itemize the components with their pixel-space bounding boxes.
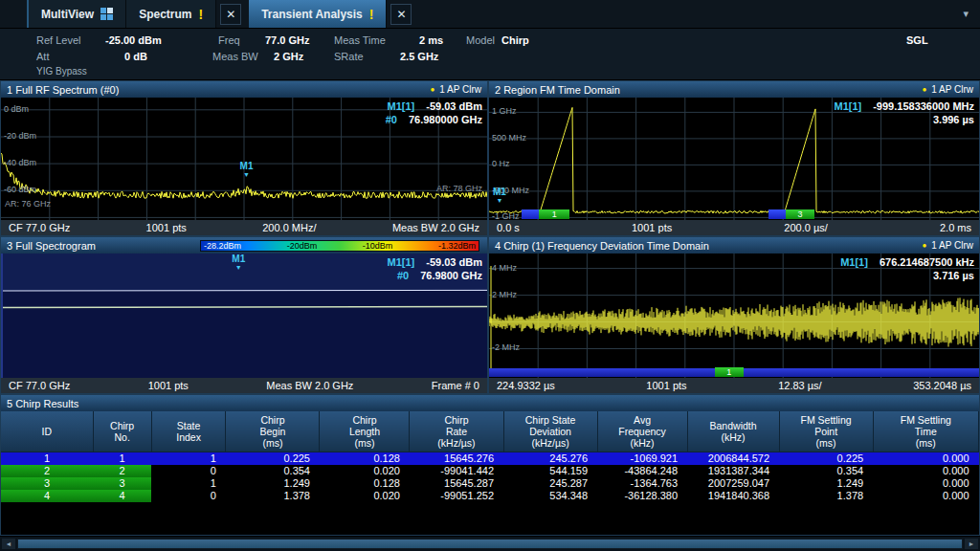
marker-name: M1[1] (840, 255, 868, 269)
table-cell: 0.020 (320, 465, 410, 477)
panel4-footer: 224.9332 µs 1001 pts 12.83 µs/ 353.2048 … (489, 378, 979, 393)
panel4-chart[interactable]: 4 MHz 2 MHz -2 MHz -4 MHz M1[1]676.21468… (489, 253, 979, 378)
table-cell: 534.348 (503, 490, 597, 502)
panel3-chart[interactable]: M1[1]-59.03 dBm #076.9800 GHz M1 ▼ (1, 253, 487, 378)
table-cell: 4 (1, 490, 93, 502)
tab-multiview[interactable]: MultiView (29, 0, 126, 28)
table-cell: 1 (1, 452, 93, 466)
scroll-left-icon[interactable]: ◄ (2, 539, 15, 549)
close-icon[interactable]: ✕ (390, 4, 412, 25)
column-header-6[interactable]: Chirp State Deviation (kHz/µs) (503, 411, 597, 452)
freq-value[interactable]: 77.0 GHz (265, 34, 309, 46)
column-header-1[interactable]: Chirp No. (93, 411, 151, 452)
column-header-0[interactable]: ID (1, 411, 93, 452)
marker-name: M1[1] (834, 99, 861, 113)
meas-time-value[interactable]: 2 ms (419, 34, 443, 46)
footer-stop: 353.2048 µs (913, 380, 971, 391)
table-row[interactable]: 4401.3780.020-99051.252534.348-36128.380… (1, 490, 979, 502)
marker-m1[interactable]: M1 ▼ (493, 187, 506, 205)
footer-start: 0.0 s (497, 222, 520, 233)
results-header: 5 Chirp Results (1, 395, 979, 411)
table-cell: 1 (151, 452, 226, 466)
region-marker-3[interactable]: 3 (786, 209, 815, 219)
table-cell: 0.000 (873, 452, 978, 466)
scale-max-label: -1.32dBm (438, 241, 476, 251)
warning-icon: ! (369, 7, 374, 22)
region-bar (768, 209, 786, 219)
tab-spectrum[interactable]: Spectrum ! (126, 0, 216, 28)
marker-m1[interactable]: M1 ▼ (240, 162, 254, 179)
chevron-down-icon[interactable]: ▾ (951, 0, 980, 28)
panel-full-rf-spectrum[interactable]: 1 Full RF Spectrum (#0) ● 1 AP Clrw 0 dB… (0, 80, 488, 236)
table-cell: 1941840.368 (687, 490, 779, 502)
region-bar (522, 209, 539, 219)
tab-transient-analysis-label: Transient Analysis (261, 8, 363, 21)
marker-m1-label: M1 (493, 187, 506, 196)
spectrogram-color-scale[interactable]: -28.2dBm -20dBm -10dBm -1.32dBm (200, 240, 479, 252)
footer-frame: Frame # 0 (432, 380, 479, 391)
table-cell: 0.128 (320, 477, 410, 490)
region-marker-1[interactable]: 1 (715, 367, 745, 377)
close-icon[interactable]: ✕ (220, 4, 241, 25)
table-cell: 15645.276 (410, 452, 503, 466)
panel-chirp-frequency-deviation[interactable]: 4 Chirp (1) Frequency Deviation Time Dom… (488, 236, 980, 394)
marker-readout: M1[1]676.214687500 kHz 3.716 µs (840, 255, 974, 282)
region-marker-1[interactable]: 1 (539, 209, 569, 219)
footer-measbw: Meas BW 2.0 GHz (266, 380, 353, 391)
table-row[interactable]: 2200.3540.020-99041.442544.159-43864.248… (1, 465, 979, 477)
panel4-header: 4 Chirp (1) Frequency Deviation Time Dom… (489, 237, 979, 253)
panel1-chart[interactable]: 0 dBm -20 dBm -40 dBm -60 dBm M1[1]-59.0… (1, 98, 487, 220)
table-cell: 1931387.344 (687, 465, 779, 477)
table-cell: 0.020 (320, 490, 410, 502)
trace-mode-label: 1 AP Clrw (439, 84, 481, 95)
model-value[interactable]: Chirp (501, 34, 529, 46)
table-cell: -99051.252 (410, 490, 503, 502)
marker-readout: M1[1]-999.158336000 MHz 3.996 µs (834, 99, 974, 126)
scroll-right-icon[interactable]: ► (965, 539, 978, 549)
horizontal-scrollbar[interactable]: ◄ ► (0, 536, 980, 551)
footer-span: 200.0 MHz/ (262, 222, 316, 233)
table-cell: 245.287 (503, 477, 597, 490)
table-row[interactable]: 3311.2490.12815645.287245.287-1364.76320… (1, 477, 979, 490)
footer-points: 1001 pts (148, 380, 189, 391)
table-cell: 0 (151, 465, 226, 477)
panel-region-fm-time-domain[interactable]: 2 Region FM Time Domain ● 1 AP Clrw 1 GH… (488, 80, 980, 236)
column-header-8[interactable]: Bandwidth (kHz) (687, 411, 779, 452)
tab-bar-accent (0, 0, 29, 28)
marker-value: -59.03 dBm (426, 99, 482, 113)
table-cell: 0.354 (226, 465, 320, 477)
footer-points: 1001 pts (146, 222, 187, 233)
panel2-chart[interactable]: 1 GHz 500 MHz 0 Hz -500 MHz -1 GHz M1[1]… (489, 98, 979, 220)
scale-min-label: -28.2dBm (204, 241, 241, 251)
marker-time: 3.996 µs (933, 113, 974, 126)
column-header-4[interactable]: Chirp Length (ms) (320, 411, 410, 452)
meas-bw-value[interactable]: 2 GHz (274, 51, 303, 62)
column-header-9[interactable]: FM Settling Point (ms) (779, 411, 873, 452)
ref-level-value[interactable]: -25.00 dBm (105, 34, 162, 46)
column-header-2[interactable]: State Index (151, 411, 226, 452)
footer-stop: 2.0 ms (940, 222, 971, 233)
att-value[interactable]: 0 dB (124, 51, 147, 62)
tab-transient-analysis[interactable]: Transient Analysis ! (249, 0, 387, 28)
table-cell: 1.378 (779, 490, 873, 502)
scrollbar-track[interactable] (17, 539, 963, 549)
marker-triangle-icon: ▼ (243, 170, 250, 179)
scale-label: -10dBm (363, 241, 393, 251)
column-header-10[interactable]: FM Settling Time (ms) (873, 411, 978, 452)
table-cell: 15645.287 (410, 477, 503, 490)
analysis-region-right: AR: 78 GHz (436, 184, 482, 193)
frame-name: #0 (386, 113, 397, 126)
results-title: 5 Chirp Results (7, 398, 78, 409)
panel-full-spectrogram[interactable]: 3 Full Spectrogram -28.2dBm -20dBm -10dB… (0, 236, 488, 394)
column-header-7[interactable]: Avg Frequency (kHz) (597, 411, 687, 452)
table-cell: 0.000 (873, 477, 978, 490)
trace-color-dot-icon: ● (922, 241, 926, 250)
marker-m1[interactable]: M1 ▼ (232, 254, 245, 272)
srate-value[interactable]: 2.5 GHz (400, 51, 438, 62)
table-cell: -1364.763 (597, 477, 687, 490)
column-header-5[interactable]: Chirp Rate (kHz/µs) (410, 411, 503, 452)
scrollbar-thumb[interactable] (18, 540, 962, 548)
column-header-3[interactable]: Chirp Begin (ms) (226, 411, 320, 452)
att-label: Att (36, 51, 49, 62)
table-row[interactable]: 1110.2250.12815645.276245.276-1069.92120… (1, 452, 979, 466)
